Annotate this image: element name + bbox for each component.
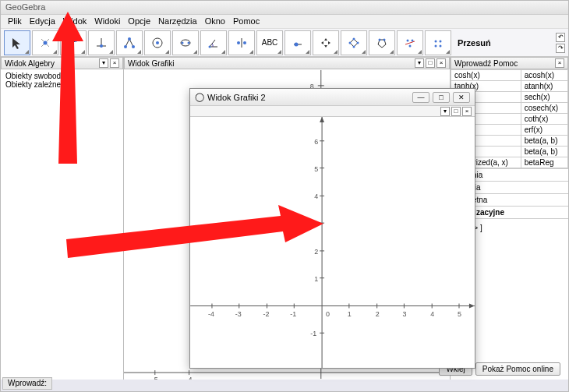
graphics-header: Widok Grafiki ▾□× [124,57,450,69]
annotation-arrow-1 [52,12,99,168]
svg-text:5: 5 [458,310,461,318]
menu-narzedzia[interactable]: Narzędzia [154,16,201,26]
svg-point-12 [128,37,131,41]
svg-text:2: 2 [376,310,380,318]
graphics-max-icon[interactable]: □ [426,58,435,68]
svg-point-24 [295,42,299,46]
tool-slider[interactable] [284,30,311,55]
svg-point-17 [182,41,184,44]
svg-point-37 [435,40,437,42]
svg-text:4: 4 [430,310,434,318]
svg-point-13 [132,45,135,48]
algebra-close-icon[interactable]: × [110,58,119,68]
svg-point-8 [100,44,103,48]
svg-point-40 [440,44,442,47]
toolbar-mode-label: Przesuń [458,38,491,48]
xtick-m4: -4 [186,376,193,380]
graphics2-title: Widok Grafiki 2 [207,93,266,102]
svg-point-32 [383,38,386,41]
tool-move[interactable] [4,30,30,55]
tool-move-view[interactable] [313,30,339,55]
svg-marker-49 [320,117,324,122]
svg-text:-4: -4 [208,310,214,318]
svg-line-36 [405,41,415,44]
svg-text:3: 3 [402,310,406,318]
svg-point-39 [435,44,437,47]
tool-ellipse[interactable] [172,30,199,55]
svg-point-29 [349,41,352,44]
annotation-arrow-2 [66,205,323,267]
svg-point-28 [353,45,355,48]
svg-text:-1: -1 [310,330,316,337]
tool-text[interactable]: ABC [256,30,283,55]
tool-angle[interactable] [200,30,227,55]
xtick-m5: -5 [152,376,158,380]
svg-text:1: 1 [348,310,352,318]
geogebra-icon: ◯ [195,92,204,102]
input-bar[interactable]: Wprowadź: [2,377,52,390]
help-title: Wprowadź Pomoc [454,59,518,68]
maximize-icon[interactable]: □ [433,92,450,103]
svg-point-22 [243,41,246,44]
svg-marker-30 [378,40,386,48]
svg-marker-83 [52,12,83,164]
help-online-button[interactable]: Pokaż Pomoc online [475,362,560,376]
table-row: cosh(x)acosh(x) [451,70,568,81]
svg-text:5: 5 [314,165,318,173]
tool-extra4[interactable] [425,30,451,55]
tool-extra3[interactable] [397,30,423,55]
svg-point-33 [407,39,409,41]
svg-point-2 [44,41,48,44]
g2-close-icon[interactable]: × [462,107,472,116]
svg-marker-84 [66,205,323,258]
graphics2-subheader: ▾ □ × [190,106,475,117]
graphics-menu-icon[interactable]: ▾ [415,58,424,68]
input-label: Wprowadź: [8,379,47,387]
svg-point-26 [353,37,355,40]
menu-opcje[interactable]: Opcje [124,16,154,26]
svg-point-11 [124,45,127,48]
algebra-menu-icon[interactable]: ▾ [99,58,108,68]
svg-text:0: 0 [326,310,330,318]
svg-marker-47 [469,304,475,309]
minimize-icon[interactable]: — [412,92,429,103]
svg-point-15 [156,41,159,44]
graphics-title: Widok Grafiki [128,59,174,68]
tool-extra2[interactable] [369,30,395,55]
svg-point-21 [237,41,240,44]
g2-max-icon[interactable]: □ [451,107,461,116]
svg-point-27 [357,41,359,44]
text-icon-label: ABC [262,38,278,47]
svg-point-34 [412,39,414,41]
graphics2-titlebar[interactable]: ◯ Widok Grafiki 2 — □ ✕ [190,89,475,106]
close-icon[interactable]: ✕ [453,92,470,103]
svg-point-18 [188,41,190,44]
svg-point-38 [440,40,442,42]
svg-point-31 [379,38,381,41]
toolbar-undo-icon[interactable]: ↶ [556,33,565,42]
svg-point-35 [409,44,412,47]
g2-menu-icon[interactable]: ▾ [440,107,450,116]
tool-extra1[interactable] [341,30,367,55]
toolbar-redo-icon[interactable]: ↷ [556,44,565,53]
menu-pomoc[interactable]: Pomoc [229,16,263,26]
svg-text:-1: -1 [290,310,296,318]
tool-reflect[interactable] [228,30,255,55]
svg-text:-3: -3 [235,310,242,318]
svg-point-19 [209,45,211,48]
svg-text:-2: -2 [263,310,270,318]
tool-circle[interactable] [144,30,171,55]
menu-okno[interactable]: Okno [201,16,229,26]
svg-text:4: 4 [314,192,318,200]
svg-text:6: 6 [314,138,318,146]
help-close-icon[interactable]: × [555,58,564,68]
help-header: Wprowadź Pomoc × [451,57,568,69]
menu-plik[interactable]: Plik [4,16,26,26]
algebra-title: Widok Algebry [5,59,55,68]
app-title: GeoGebra [5,2,45,12]
svg-text:1: 1 [314,275,318,283]
tool-polygon[interactable] [116,30,143,55]
graphics-close-icon[interactable]: × [436,58,446,68]
